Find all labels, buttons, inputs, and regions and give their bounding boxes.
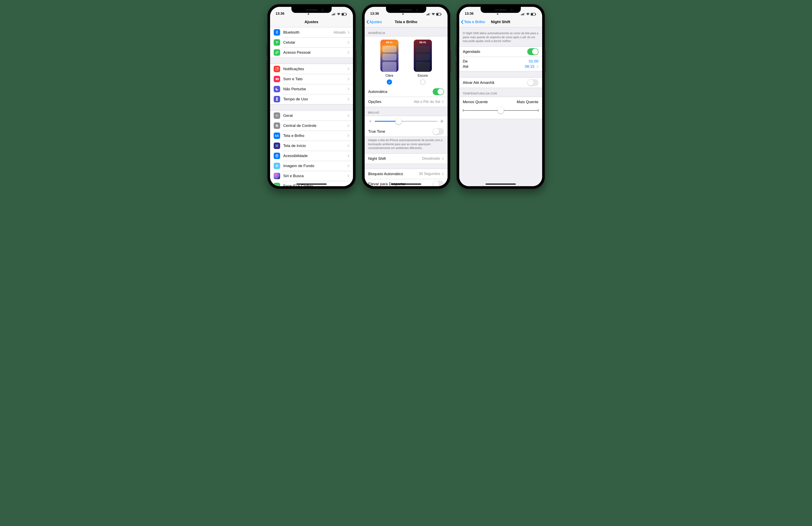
svg-point-10 (276, 115, 277, 116)
toggle-automatic[interactable] (433, 88, 444, 95)
svg-point-18 (276, 146, 276, 146)
bell-icon (274, 66, 280, 72)
radio-selected-icon (387, 79, 392, 85)
row-nightshift[interactable]: Night Shift Desativado (365, 154, 448, 164)
svg-point-7 (276, 42, 277, 42)
row-screentime[interactable]: Tempo de Uso (270, 94, 353, 104)
nav-bar: Tela e Brilho Night Shift (459, 16, 542, 27)
svg-point-16 (276, 145, 277, 145)
row-controlcenter[interactable]: Central de Controle (270, 121, 353, 131)
chevron-right-icon (347, 154, 349, 157)
color-temp-slider[interactable] (459, 105, 542, 119)
chevron-right-icon (442, 172, 444, 176)
svg-point-12 (277, 125, 278, 125)
back-button[interactable]: Ajustes (366, 20, 382, 24)
svg-rect-37 (441, 14, 441, 15)
appearance-light[interactable]: 09:41 Clara (380, 40, 398, 85)
row-accessibility[interactable]: Acessibilidade (270, 151, 353, 161)
svg-point-38 (370, 121, 371, 122)
svg-point-25 (276, 155, 277, 155)
svg-point-19 (276, 146, 277, 146)
chevron-right-icon (347, 124, 349, 127)
back-button[interactable]: Tela e Brilho (461, 20, 485, 24)
row-scheduled: Agendado (459, 47, 542, 57)
radio-unselected-icon (420, 79, 425, 85)
description-text: O Night Shift altera automaticamente as … (459, 27, 542, 46)
svg-rect-36 (437, 14, 438, 15)
svg-rect-31 (426, 14, 427, 15)
row-hotspot[interactable]: Acesso Pessoal (270, 47, 353, 58)
chevron-right-icon (442, 100, 444, 103)
footer-text: Adapte a tela do iPhone automaticamente … (365, 137, 448, 153)
svg-point-23 (277, 146, 278, 147)
home-indicator[interactable] (391, 184, 421, 184)
row-notifications[interactable]: Notificações (270, 64, 353, 74)
status-time: 13:36 (370, 12, 379, 16)
label-less-warm: Menos Quente (463, 100, 488, 104)
siri-icon (274, 173, 280, 179)
chevron-right-icon (347, 174, 349, 178)
svg-rect-42 (523, 13, 524, 15)
chevron-right-icon (537, 65, 538, 68)
svg-rect-32 (427, 14, 428, 15)
chevron-right-icon (347, 88, 349, 91)
chevron-right-icon (347, 77, 349, 81)
toggle-raise[interactable] (433, 181, 444, 186)
speaker-icon (274, 76, 280, 82)
row-dnd[interactable]: Não Perturbe (270, 84, 353, 94)
home-indicator[interactable] (485, 184, 516, 184)
svg-rect-1 (333, 14, 333, 15)
home-indicator[interactable] (296, 184, 327, 184)
toggle-scheduled[interactable] (527, 48, 538, 55)
status-time: 13:36 (276, 12, 284, 16)
row-siri[interactable]: Siri e Busca (270, 171, 353, 181)
row-homescreen[interactable]: Tela de Início (270, 141, 353, 151)
brightness-slider[interactable] (365, 116, 448, 126)
page-title: Tela e Brilho (395, 20, 417, 24)
row-wallpaper[interactable]: Imagem de Fundo (270, 161, 353, 171)
svg-point-14 (276, 126, 276, 127)
svg-point-9 (277, 67, 278, 69)
svg-point-30 (277, 165, 278, 166)
page-title: Night Shift (491, 20, 510, 24)
chevron-right-icon (347, 144, 349, 147)
row-general[interactable]: Geral (270, 110, 353, 121)
phone-nightshift: 13:36 Tela e Brilho Night Shift O Night … (456, 4, 545, 189)
moon-icon (274, 86, 280, 92)
gear-icon (274, 112, 280, 119)
row-sound[interactable]: Som e Tato (270, 74, 353, 84)
svg-rect-2 (334, 13, 334, 15)
row-options[interactable]: Opções Até o Pôr do Sol (365, 97, 448, 107)
row-cellular[interactable]: Celular (270, 37, 353, 47)
switches-icon (274, 122, 280, 129)
notch (481, 7, 521, 13)
svg-point-17 (277, 145, 278, 145)
row-bluetooth[interactable]: Bluetooth Ativado (270, 27, 353, 37)
svg-rect-5 (342, 14, 344, 15)
sun-small-icon (368, 119, 372, 123)
svg-rect-41 (522, 14, 523, 15)
svg-point-26 (276, 165, 277, 166)
svg-rect-3 (335, 13, 335, 15)
chevron-right-icon (347, 41, 349, 44)
nav-bar: Ajustes (270, 16, 353, 27)
phone-display: 13:36 Ajustes Tela e Brilho APARÊNCIA 09… (362, 4, 450, 189)
toggle-enable[interactable] (527, 79, 538, 86)
row-autolock[interactable]: Bloqueio Automático 30 Segundos (365, 169, 448, 179)
row-enable-tomorrow: Ativar Até Amanhã (459, 78, 542, 88)
svg-rect-40 (521, 14, 522, 15)
bluetooth-icon (274, 29, 280, 35)
svg-point-21 (276, 146, 276, 147)
accessibility-icon (274, 153, 280, 159)
sun-large-icon (440, 119, 444, 123)
chevron-right-icon (347, 51, 349, 54)
antenna-icon (274, 39, 280, 46)
aa-icon: AA (274, 133, 280, 139)
chevron-right-icon (347, 97, 349, 101)
appearance-dark[interactable]: 09:41 Escura (414, 40, 432, 85)
toggle-truetone[interactable] (433, 128, 444, 135)
row-display[interactable]: AA Tela e Brilho (270, 131, 353, 141)
chevron-right-icon (347, 67, 349, 71)
status-time: 13:36 (465, 12, 474, 16)
row-schedule-times[interactable]: De01:00 Até08:15 (459, 57, 542, 71)
